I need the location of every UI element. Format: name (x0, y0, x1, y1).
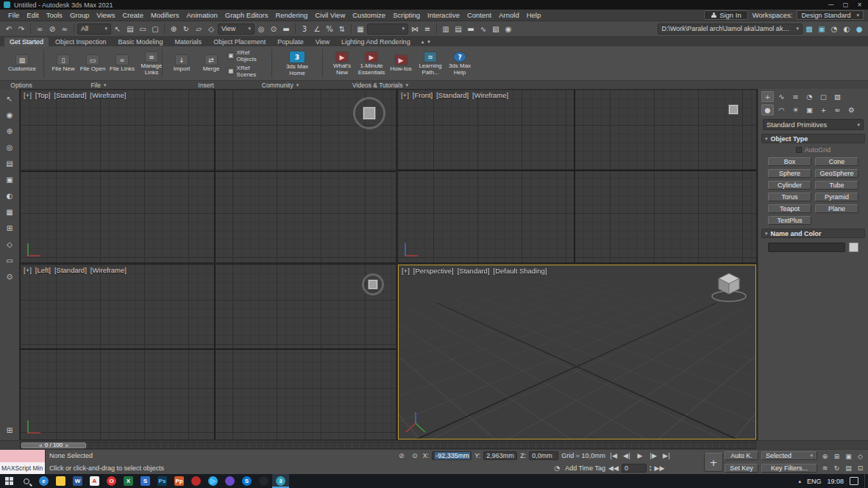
left-toolbar-icon[interactable]: ◐ (4, 190, 16, 201)
menu-item-help[interactable]: Help (523, 10, 545, 20)
ribbon-tab-view[interactable]: View (310, 37, 335, 46)
project-folder-select[interactable]: D:\Work\Paralel arch\Jamol aka\Jamol aka… (658, 24, 803, 35)
viewport-style-menu[interactable]: [Standard] (54, 266, 87, 274)
redo-icon[interactable]: ↷ (15, 23, 27, 35)
zoom-all-icon[interactable]: ⊞ (831, 451, 842, 462)
select-and-place-icon[interactable]: ◇ (205, 23, 217, 35)
box-button[interactable]: Box (768, 157, 811, 166)
select-and-rotate-icon[interactable]: ↻ (180, 23, 192, 35)
viewcube[interactable] (362, 273, 384, 295)
ribbon-group-label-videos[interactable]: Videos & Tutorials ▾ (303, 82, 458, 89)
zoom-extents-icon[interactable]: ▣ (843, 451, 854, 462)
ribbon-tab-basic-modeling[interactable]: Basic Modeling (113, 37, 168, 46)
selection-set-select[interactable]: Selected ▾ (761, 451, 817, 460)
textplus-button[interactable]: TextPlus (768, 216, 811, 225)
maxscript-mini-listener[interactable]: MAXScript Min (0, 450, 46, 474)
viewport-perspective[interactable]: [+] [Perspective] [Standard] [Default Sh… (398, 265, 756, 439)
category-shapes-icon[interactable]: ◠ (775, 104, 788, 115)
taskbar-app-icon[interactable]: e (35, 474, 52, 488)
coordinate-x-input[interactable]: -92,335mm (432, 451, 472, 460)
menu-item-rendering[interactable]: Rendering (271, 10, 311, 20)
selection-region-icon[interactable]: ▭ (137, 23, 149, 35)
render-setup-icon[interactable]: ▩ (803, 23, 815, 35)
key-filters-button[interactable]: Key Filters... (761, 464, 817, 473)
viewcube[interactable] (710, 270, 748, 304)
cone-button[interactable]: Cone (815, 157, 858, 166)
schematic-view-icon[interactable]: ▧ (490, 23, 502, 35)
primitive-category-select[interactable]: Standard Primitives ▾ (763, 119, 864, 130)
window-maximize-button[interactable]: ▢ (843, 1, 849, 8)
set-keys-button[interactable]: + (704, 453, 723, 472)
macro-recorder-line[interactable] (0, 450, 45, 462)
use-pivot-center-icon[interactable]: ◎ (255, 23, 267, 35)
viewport-general-menu[interactable]: [+] (401, 91, 409, 99)
render-iterative-icon[interactable]: ◐ (841, 23, 853, 35)
one-minute-essentials-button[interactable]: ▶ 1-Minute Essentials (358, 51, 385, 76)
action-center-icon[interactable] (850, 477, 858, 485)
tab-create-icon[interactable]: + (761, 91, 774, 102)
viewport-shading-menu[interactable]: [Wireframe] (90, 91, 126, 99)
reference-coordinate-select[interactable]: View ▾ (218, 24, 255, 35)
menu-item-file[interactable]: File (4, 10, 23, 20)
whats-new-button[interactable]: ▶ What's New (329, 51, 355, 76)
window-close-button[interactable]: × (857, 1, 862, 8)
frame-forward-icon[interactable]: ▶ (65, 442, 69, 448)
left-toolbar-icon[interactable]: ⊙ (4, 270, 16, 282)
taskbar-app-icon[interactable]: S (137, 474, 154, 488)
frame-spinner[interactable]: ▴ ▾ (650, 464, 652, 472)
3dsmax-home-button[interactable]: 3 3ds Max Home (282, 51, 313, 76)
spin-down-icon[interactable]: ▾ (650, 468, 652, 472)
time-slider-handle[interactable]: ◀ 0 / 100 ▶ (21, 442, 86, 448)
cylinder-button[interactable]: Cylinder (768, 181, 811, 190)
ribbon-tab-object-placement[interactable]: Object Placement (208, 37, 271, 46)
category-lights-icon[interactable]: ☀ (789, 104, 802, 115)
name-color-rollout-header[interactable]: ▾ Name and Color (761, 229, 865, 238)
select-by-name-icon[interactable]: ▤ (124, 23, 136, 35)
torus-button[interactable]: Torus (768, 193, 811, 201)
previous-key-icon[interactable]: ◀◀ (608, 463, 619, 473)
select-and-scale-icon[interactable]: ▱ (193, 23, 204, 35)
window-crossing-icon[interactable]: ▢ (149, 23, 161, 35)
file-open-button[interactable]: ▭ File Open (79, 54, 106, 72)
zoom-icon[interactable]: ⊕ (819, 451, 830, 462)
keyboard-override-icon[interactable]: ▬ (280, 23, 292, 35)
how-tos-button[interactable]: ▶ How-tos (388, 54, 414, 72)
set-key-button[interactable]: Set Key (725, 464, 758, 473)
current-frame-input[interactable]: 0 (622, 464, 647, 473)
menu-item-edit[interactable]: Edit (23, 10, 42, 20)
tab-motion-icon[interactable]: ◔ (803, 91, 816, 102)
taskbar-app-icon[interactable] (52, 474, 69, 488)
start-button[interactable] (0, 474, 18, 488)
menu-item-customize[interactable]: Customize (349, 10, 389, 20)
ribbon-group-label-options[interactable]: Options (0, 82, 43, 89)
ribbon-tab-get-started[interactable]: Get Started (4, 37, 49, 46)
viewport-pov-menu[interactable]: [Front] (413, 91, 433, 99)
taskbar-app-icon[interactable] (188, 474, 204, 488)
merge-button[interactable]: ⇄ Merge (198, 54, 224, 72)
viewcube[interactable] (722, 98, 744, 121)
menu-item-group[interactable]: Group (66, 10, 93, 20)
menu-item-arnold[interactable]: Arnold (495, 10, 522, 20)
ribbon-options-icon[interactable]: ▾ (427, 39, 430, 45)
object-type-rollout-header[interactable]: ▾ Object Type (761, 134, 865, 143)
category-geometry-icon[interactable]: ● (761, 104, 774, 115)
viewport-layout-tabs-icon[interactable]: ⊞ (4, 424, 16, 436)
render-production-icon[interactable]: ● (853, 23, 865, 35)
left-toolbar-icon[interactable]: ◎ (4, 141, 16, 153)
taskbar-search-button[interactable] (18, 474, 35, 488)
spinner-snap-icon[interactable]: ⇅ (336, 23, 348, 35)
tube-button[interactable]: Tube (815, 181, 858, 190)
3dsmax-help-button[interactable]: ? 3ds Max Help (447, 51, 473, 76)
import-button[interactable]: ↓ Import (168, 54, 195, 72)
select-and-link-icon[interactable]: ∞ (34, 23, 46, 35)
language-label[interactable]: ENG (807, 478, 822, 485)
coordinate-y-input[interactable]: 2,963mm (483, 451, 517, 460)
taskbar-app-icon[interactable]: Pp (171, 474, 188, 488)
taskbar-app-icon[interactable] (221, 474, 238, 488)
render-in-cloud-icon[interactable]: ◔ (828, 23, 840, 35)
select-and-manipulate-icon[interactable]: ⊙ (268, 23, 280, 35)
left-toolbar-icon[interactable]: ▭ (4, 254, 16, 266)
tray-chevron-icon[interactable]: ▴ (798, 478, 801, 484)
named-selection-select[interactable]: ▾ (367, 24, 408, 35)
material-editor-icon[interactable]: ◉ (502, 23, 514, 35)
